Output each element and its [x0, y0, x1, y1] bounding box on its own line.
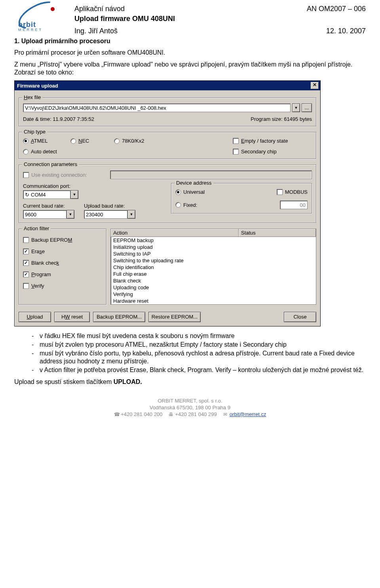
radio-atmel[interactable]: ATMEL — [23, 138, 70, 144]
dropdown-arrow-icon[interactable]: ▼ — [70, 190, 78, 199]
chk-verify[interactable]: Verify — [23, 283, 102, 289]
note-item: -musí být vybráno číslo portu, typ kabel… — [32, 349, 366, 365]
dropdown-arrow-icon[interactable]: ▼ — [66, 210, 74, 219]
connection-group: Connection parameters Use existing conne… — [19, 164, 316, 223]
checkbox-icon — [277, 189, 283, 195]
checkbox-icon — [23, 260, 29, 266]
refresh-icon: ↻ — [25, 192, 29, 198]
chip-legend: Chip type — [22, 129, 47, 135]
radio-icon — [70, 138, 76, 144]
header-author: Ing. Jiří Antoš — [74, 27, 118, 35]
footer-company: ORBIT MERRET, spol. s r.o. — [14, 398, 366, 405]
list-header: Action Status — [111, 229, 316, 237]
orbit-dot-icon — [51, 7, 55, 11]
firmware-upload-dialog: Firmware upload ✕ Hex file V:\Vyvoj\ED2\… — [14, 80, 321, 326]
list-item: Hardware reset — [111, 298, 316, 304]
list-item: Uploading code — [111, 284, 316, 291]
checkbox-icon — [233, 149, 239, 155]
note-item: -musí být zvolen typ procesoru ATMEL, ne… — [32, 341, 366, 349]
hwreset-button[interactable]: HW reset — [54, 312, 90, 322]
existing-conn-field — [110, 170, 312, 179]
radio-icon — [23, 138, 28, 144]
radio-autodetect[interactable]: Auto detect — [23, 149, 181, 155]
chk-erase[interactable]: Erase — [23, 248, 102, 254]
browse-button[interactable]: ... — [302, 103, 312, 112]
logo-subtext: MERRET — [18, 28, 43, 32]
chk-backup-eeprom[interactable]: Backup EEPROM — [23, 237, 102, 243]
list-item: Verifying — [111, 291, 316, 298]
hex-legend: Hex file — [22, 94, 42, 100]
hex-dropdown-arrow[interactable]: ▼ — [292, 103, 300, 112]
footer-tel1: +420 281 040 200 — [121, 411, 162, 417]
fax-icon: 🖶 — [168, 412, 174, 418]
hex-path-input[interactable]: V:\Vyvoj\ED2\Jirka\OMU408UNI.62\OMU408UN… — [23, 103, 291, 112]
radio-fixed[interactable]: Fixed: — [175, 202, 197, 208]
dialog-title: Firmware upload — [17, 83, 58, 89]
restore-eeprom-button[interactable]: Restore EEPROM... — [148, 312, 201, 322]
document-header: orbit MERRET Aplikační návod AN OM2007 –… — [14, 5, 366, 35]
backup-eeprom-button[interactable]: Backup EEPROM... — [93, 312, 145, 322]
conn-legend: Connection parameters — [22, 161, 79, 167]
list-item: Switching to the uploading rate — [111, 257, 316, 264]
list-item: Initializing upload — [111, 244, 316, 250]
action-filter-group: Action filter Backup EEPROM Erase Blank … — [19, 229, 106, 305]
device-address-group: Device address Universal MODBUS — [171, 183, 312, 214]
list-item: Chip identification — [111, 264, 316, 271]
comm-port-select[interactable]: ↻ COM4 — [23, 190, 70, 199]
notes-list: -v řádku HEX file musí být uvedena cesta… — [14, 332, 366, 374]
upload-button[interactable]: Upload — [19, 312, 51, 322]
action-status-list[interactable]: Action Status EEPROM backupInitializing … — [110, 229, 316, 305]
radio-nec[interactable]: NEC — [70, 138, 114, 144]
list-item: EEPROM backup — [111, 237, 316, 244]
header-subject: Upload firmware OMU 408UNI — [74, 15, 175, 23]
device-address-legend: Device address — [175, 180, 213, 186]
action-filter-legend: Action filter — [22, 225, 51, 231]
page-footer: ORBIT MERRET, spol. s r.o. Vodňanská 675… — [14, 398, 366, 418]
paragraph-1: Pro primární procesor je určen software … — [14, 49, 366, 57]
checkbox-icon — [23, 283, 29, 289]
logo: orbit MERRET — [14, 5, 70, 32]
chk-program[interactable]: Program — [23, 271, 102, 277]
col-status: Status — [239, 229, 316, 237]
checkbox-icon — [23, 248, 29, 254]
upload-baud-select[interactable]: 230400 — [84, 210, 127, 219]
comm-port-label: Communication port: — [23, 183, 165, 189]
radio-universal[interactable]: Universal — [175, 189, 205, 195]
chk-empty-factory[interactable]: Empty / factory state — [233, 138, 312, 144]
footer-address: Vodňanská 675/30, 198 00 Praha 9 — [14, 405, 366, 411]
checkbox-icon — [23, 271, 29, 277]
current-baud-select[interactable]: 9600 — [23, 210, 66, 219]
chk-modbus[interactable]: MODBUS — [277, 189, 308, 195]
list-item: Switching to IAP — [111, 250, 316, 257]
radio-icon — [175, 189, 181, 195]
radio-icon — [23, 149, 28, 155]
radio-78k0[interactable]: 78K0/Kx2 — [114, 138, 181, 144]
paragraph-2: Z menu „Přístroj" vybere volba „Firmware… — [14, 61, 366, 76]
hex-size-label: Program size: 61495 bytes — [251, 116, 312, 122]
radio-icon — [175, 202, 181, 208]
note-item: -v řádku HEX file musí být uvedena cesta… — [32, 332, 366, 340]
mail-icon: ✉ — [222, 412, 228, 418]
list-item: Full chip erase — [111, 271, 316, 277]
footer-tel2: +420 281 040 299 — [175, 411, 217, 417]
fixed-address-input[interactable]: 00 — [280, 200, 308, 209]
note-item: -v Action filter je potřeba provést Eras… — [32, 366, 366, 374]
section-heading: 1. Upload primárního procesoru — [14, 38, 366, 45]
chk-use-existing[interactable]: Use existing connection: — [23, 172, 106, 178]
chk-secondary-chip[interactable]: Secondary chip — [233, 149, 312, 155]
upload-baud-label: Upload baud rate: — [84, 203, 135, 209]
list-item: Blank check — [111, 277, 316, 284]
checkbox-icon — [23, 237, 29, 243]
chip-type-group: Chip type ATMEL NEC 78K0/Kx2 — [19, 132, 316, 159]
dropdown-arrow-icon[interactable]: ▼ — [127, 210, 135, 219]
chk-blank-check[interactable]: Blank check — [23, 260, 102, 266]
header-title-left: Aplikační návod — [74, 5, 125, 13]
titlebar: Firmware upload ✕ — [15, 81, 320, 90]
hex-date-label: Date & time: 11.9.2007 7:35:52 — [23, 116, 94, 122]
footer-email[interactable]: orbit@merret.cz — [230, 411, 266, 417]
phone-icon: ☎ — [114, 412, 120, 418]
close-dialog-button[interactable]: Close — [284, 312, 316, 322]
close-button[interactable]: ✕ — [311, 82, 319, 89]
radio-icon — [114, 138, 120, 144]
header-doc-number: AN OM2007 – 006 — [307, 5, 366, 13]
